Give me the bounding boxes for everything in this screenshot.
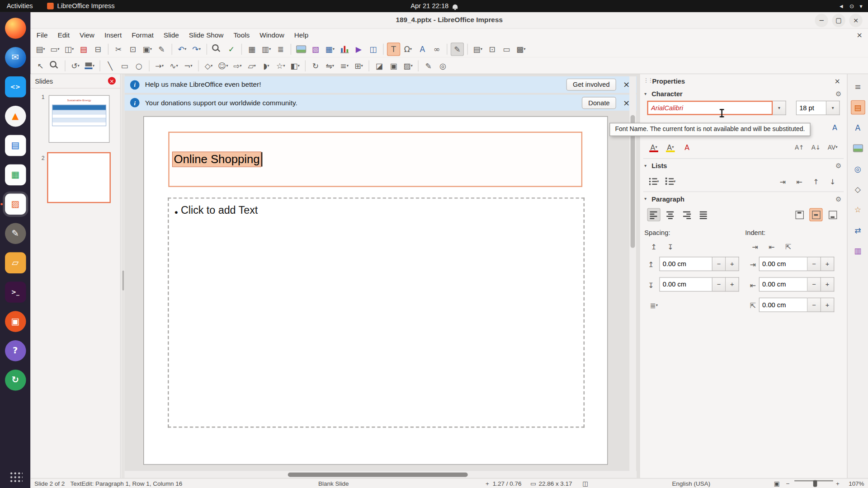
splitter-grip[interactable] — [122, 271, 124, 291]
insert-special-character-icon[interactable]: Ω▾ — [401, 42, 415, 56]
save-icon[interactable]: ◫▾ — [62, 42, 75, 56]
horizontal-scrollbar[interactable] — [125, 471, 637, 478]
demote-icon[interactable]: ⇥ — [776, 175, 789, 188]
line-spacing-dropdown-icon[interactable]: ▾ — [656, 303, 658, 308]
slide-layout-dropdown-icon[interactable]: ▾ — [524, 47, 525, 52]
fill-color-dropdown-icon[interactable]: ▾ — [93, 63, 94, 68]
redo-dropdown-icon[interactable]: ▾ — [199, 47, 201, 52]
close-document-button[interactable]: × — [856, 31, 862, 39]
activities-button[interactable]: Activities — [7, 2, 33, 10]
font-size-dropdown[interactable]: ▾ — [826, 101, 840, 115]
align-right-icon[interactable] — [680, 208, 693, 221]
tab-styles-icon[interactable]: A — [850, 121, 865, 135]
arrange-dropdown-icon[interactable]: ▾ — [361, 63, 363, 68]
shadow-icon[interactable]: ◪ — [373, 59, 386, 72]
font-name-input[interactable] — [647, 101, 773, 115]
collapse-paragraph-icon[interactable]: ▾ — [644, 197, 646, 202]
flowchart-shapes-icon[interactable]: ▱▾ — [245, 59, 258, 72]
symbol-shapes-icon[interactable]: ☺▾ — [217, 59, 230, 72]
font-color-icon[interactable]: A▾ — [647, 141, 660, 154]
redo-icon[interactable]: ↷▾ — [190, 42, 203, 56]
slide-2-thumbnail-selected[interactable] — [47, 152, 111, 203]
star-shapes-icon[interactable]: ☆▾ — [274, 59, 287, 72]
menu-file[interactable]: File — [32, 30, 53, 40]
vscode-icon[interactable]: <> — [5, 76, 26, 98]
horizontal-scrollbar-thumb[interactable] — [288, 472, 468, 477]
move-down-icon[interactable]: ↓ — [826, 175, 839, 188]
ubuntu-software-icon[interactable]: ▣ — [5, 311, 26, 332]
power-icon[interactable]: ⊙ — [849, 3, 854, 9]
insert-table-dropdown-icon[interactable]: ▾ — [333, 47, 335, 52]
terminal-icon[interactable]: >_ — [5, 282, 26, 303]
cut-icon[interactable]: ✂ — [112, 42, 125, 56]
move-up-icon[interactable]: ↑ — [809, 175, 822, 188]
align-vertical-center-icon[interactable] — [809, 208, 822, 221]
new-slide-dropdown-icon[interactable]: ▾ — [481, 47, 482, 52]
zoom-slider-thumb[interactable] — [813, 480, 817, 487]
character-spacing-dropdown-icon[interactable]: ▾ — [835, 145, 837, 150]
character-dialog-icon[interactable]: A — [828, 121, 841, 134]
insert-image-icon[interactable] — [294, 42, 307, 56]
spacing-below-input[interactable] — [659, 277, 712, 291]
image-filter-dropdown-icon[interactable]: ▾ — [410, 63, 412, 68]
get-involved-button[interactable]: Get involved — [566, 79, 616, 91]
3d-objects-icon[interactable]: ◧▾ — [288, 59, 302, 72]
3d-objects-dropdown-icon[interactable]: ▾ — [298, 63, 300, 68]
help-icon[interactable]: ? — [5, 340, 26, 361]
fit-slide-icon[interactable]: ▣ — [774, 480, 780, 488]
insert-audio-video-icon[interactable]: ▶ — [352, 42, 365, 56]
indent-before-increase[interactable]: + — [821, 257, 834, 271]
new-slide-icon[interactable]: ▤▾ — [471, 42, 484, 56]
menu-help[interactable]: Help — [289, 30, 314, 40]
menu-tools[interactable]: Tools — [228, 30, 255, 40]
align-left-icon[interactable] — [647, 208, 660, 221]
character-effects-icon[interactable]: A — [680, 141, 693, 154]
below-paragraph-spacing-icon[interactable]: ↧ — [644, 278, 657, 291]
slide-layout-status[interactable]: Blank Slide — [318, 480, 349, 487]
libreoffice-writer-icon[interactable]: ▤ — [5, 135, 26, 156]
focused-app-menu[interactable]: LibreOffice Impress — [47, 2, 115, 10]
character-spacing-icon[interactable]: AV▾ — [826, 141, 839, 154]
spelling-icon[interactable]: ✓ — [225, 42, 238, 56]
indent-after-increase[interactable]: + — [821, 277, 834, 291]
export-pdf-icon[interactable]: ▤ — [77, 42, 90, 56]
insert-hyperlink-icon[interactable]: ∞ — [430, 42, 443, 56]
align-top-icon[interactable] — [793, 208, 806, 221]
find-and-replace-icon[interactable] — [210, 42, 223, 56]
thunderbird-icon[interactable]: ✉ — [5, 47, 26, 68]
ordered-list-icon[interactable]: ▾ — [664, 175, 677, 188]
minimize-button[interactable]: − — [815, 14, 828, 27]
lines-and-arrows-dropdown-icon[interactable]: ▾ — [162, 63, 164, 68]
snap-guides-icon[interactable]: ≣ — [274, 42, 287, 56]
infobar-close-icon[interactable]: × — [623, 80, 630, 89]
transformations-icon[interactable]: ↺▾ — [69, 59, 82, 72]
menu-slide[interactable]: Slide — [159, 30, 184, 40]
document-modified-icon[interactable]: ◫ — [582, 480, 588, 488]
paste-dropdown-icon[interactable]: ▾ — [150, 47, 152, 52]
first-line-indent-icon[interactable]: ⇱ — [746, 299, 760, 312]
indent-first-line-input[interactable] — [759, 298, 808, 312]
basic-shapes-icon[interactable]: ◇▾ — [202, 59, 215, 72]
rectangle-icon[interactable]: ▭ — [118, 59, 131, 72]
restore-button[interactable]: ▢ — [832, 14, 845, 27]
edit-points-icon[interactable]: ✎ — [422, 59, 435, 72]
basic-shapes-dropdown-icon[interactable]: ▾ — [211, 63, 212, 68]
select-icon[interactable]: ↖ — [34, 59, 47, 72]
insert-text-box-icon[interactable]: T — [387, 42, 400, 56]
insert-chart-icon[interactable] — [338, 42, 351, 56]
delete-slide-icon[interactable]: ▭ — [500, 42, 513, 56]
decrease-font-size-icon[interactable]: A↓ — [809, 141, 822, 154]
font-color-dropdown-icon[interactable]: ▾ — [655, 145, 657, 150]
slide-canvas[interactable]: Online Shopping ● Click to add Text — [143, 116, 608, 465]
content-placeholder[interactable]: ● Click to add Text — [168, 197, 585, 427]
slides-panel-close-icon[interactable]: × — [108, 77, 116, 84]
unordered-list-dropdown-icon[interactable]: ▾ — [657, 179, 659, 184]
decrease-paragraph-spacing-icon[interactable]: ↧ — [664, 240, 677, 253]
volume-icon[interactable]: ◄ — [839, 3, 844, 9]
zoom-percent[interactable]: 107% — [849, 480, 864, 487]
menu-insert[interactable]: Insert — [99, 30, 127, 40]
spacing-above-decrease[interactable]: − — [712, 257, 726, 271]
save-dropdown-icon[interactable]: ▾ — [72, 47, 74, 52]
ordered-list-dropdown-icon[interactable]: ▾ — [674, 179, 675, 184]
flowchart-shapes-dropdown-icon[interactable]: ▾ — [254, 63, 256, 68]
